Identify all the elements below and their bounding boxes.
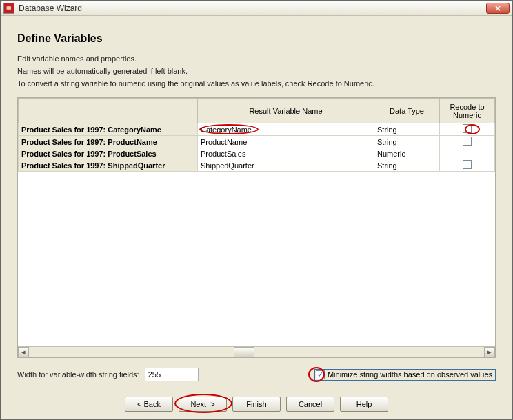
scroll-left-button[interactable]: ◂ <box>18 347 29 357</box>
help-button[interactable]: Help <box>340 397 388 412</box>
width-input[interactable] <box>145 368 199 381</box>
next-button[interactable]: Next > <box>179 397 227 412</box>
variables-table: Result Variable Name Data Type Recode to… <box>18 98 495 172</box>
result-name-cell[interactable]: CategoryName <box>198 123 374 136</box>
result-name-cell[interactable]: ProductSales <box>198 148 374 159</box>
app-icon: ▦ <box>3 3 14 14</box>
button-row: < Back Next > Finish Cancel Help <box>17 397 496 412</box>
scroll-track[interactable] <box>29 347 484 357</box>
recode-cell[interactable] <box>440 148 495 159</box>
scroll-right-button[interactable]: ▸ <box>484 347 495 357</box>
source-cell: Product Sales for 1997: ProductName <box>19 136 198 148</box>
titlebar: ▦ Database Wizard <box>1 1 512 16</box>
source-cell: Product Sales for 1997: ShippedQuarter <box>19 159 198 172</box>
instruction-2: Names will be automatically generated if… <box>17 67 496 75</box>
table-row: Product Sales for 1997: CategoryNameCate… <box>19 123 495 136</box>
cancel-button[interactable]: Cancel <box>286 397 334 412</box>
header-datatype: Data Type <box>374 99 440 123</box>
recode-cell[interactable] <box>440 136 495 148</box>
recode-checkbox[interactable] <box>463 160 472 169</box>
datatype-cell[interactable]: String <box>374 123 440 136</box>
close-icon <box>495 6 501 11</box>
table-row: Product Sales for 1997: ProductNameProdu… <box>19 136 495 148</box>
minimize-label: Minimize string widths based on observed… <box>328 370 492 379</box>
instruction-1: Edit variable names and properties. <box>17 54 496 63</box>
result-name-cell[interactable]: ShippedQuarter <box>198 159 374 172</box>
minimize-checkbox[interactable] <box>316 370 325 379</box>
window-title: Database Wizard <box>19 3 486 13</box>
scroll-thumb[interactable] <box>234 347 254 357</box>
dialog-window: ▦ Database Wizard Define Variables Edit … <box>0 0 513 420</box>
options-row: Width for variable-width string fields: … <box>17 368 496 381</box>
source-cell: Product Sales for 1997: CategoryName <box>19 123 198 136</box>
datatype-cell[interactable]: String <box>374 159 440 172</box>
header-source <box>19 99 198 123</box>
content-area: Define Variables Edit variable names and… <box>1 16 512 419</box>
page-heading: Define Variables <box>17 32 496 45</box>
table-row: Product Sales for 1997: ShippedQuarterSh… <box>19 159 495 172</box>
header-recode: Recode to Numeric <box>440 99 495 123</box>
result-name-cell[interactable]: ProductName <box>198 136 374 148</box>
instruction-3: To convert a string variable to numeric … <box>17 79 496 88</box>
back-button[interactable]: < Back <box>125 397 173 412</box>
datatype-cell[interactable]: String <box>374 136 440 148</box>
header-result: Result Variable Name <box>198 99 374 123</box>
recode-checkbox[interactable] <box>463 124 472 133</box>
close-button[interactable] <box>486 3 510 14</box>
horizontal-scrollbar[interactable]: ◂ ▸ <box>18 346 495 357</box>
source-cell: Product Sales for 1997: ProductSales <box>19 148 198 159</box>
width-label: Width for variable-width string fields: <box>17 370 139 379</box>
minimize-widths-option[interactable]: Minimize string widths based on observed… <box>314 369 496 381</box>
table-row: Product Sales for 1997: ProductSalesProd… <box>19 148 495 159</box>
finish-button[interactable]: Finish <box>232 397 281 412</box>
variables-grid: Result Variable Name Data Type Recode to… <box>17 97 496 358</box>
datatype-cell[interactable]: Numeric <box>374 148 440 159</box>
recode-cell[interactable] <box>440 159 495 172</box>
recode-checkbox[interactable] <box>463 137 472 146</box>
recode-cell[interactable] <box>440 123 495 136</box>
